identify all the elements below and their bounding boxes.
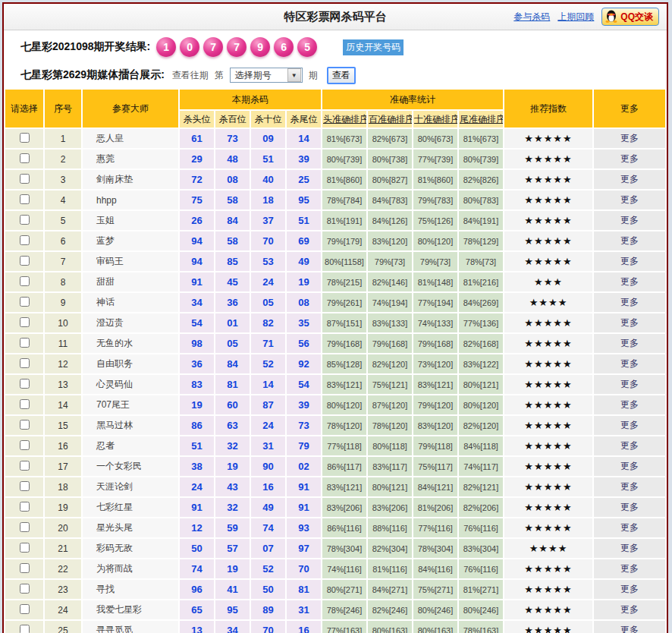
kill-number: 96: [180, 580, 214, 599]
more-link[interactable]: 更多: [620, 543, 639, 553]
row-checkbox[interactable]: [20, 358, 30, 368]
row-checkbox[interactable]: [20, 215, 30, 225]
more-link[interactable]: 更多: [620, 481, 639, 492]
more-link[interactable]: 更多: [620, 174, 639, 184]
lottery-ball: 7: [227, 37, 247, 57]
more-link[interactable]: 更多: [620, 317, 639, 328]
row-checkbox[interactable]: [20, 563, 30, 573]
row-checkbox[interactable]: [20, 235, 30, 245]
control-label: 七星彩第2629期媒体擂台展示:: [20, 68, 165, 82]
row-checkbox[interactable]: [20, 502, 30, 512]
more-link[interactable]: 更多: [620, 215, 639, 225]
row-number: 25: [45, 621, 81, 633]
kill-number: 31: [287, 600, 321, 619]
accuracy-sort-link[interactable]: 百准确排序: [369, 114, 412, 124]
accuracy-value: 80%[163]: [413, 621, 457, 633]
star-rating: ★★★★★: [504, 621, 592, 633]
row-checkbox[interactable]: [20, 461, 30, 471]
more-link[interactable]: 更多: [620, 379, 639, 389]
accuracy-value: 80%[120]: [459, 395, 503, 414]
more-link[interactable]: 更多: [620, 522, 639, 533]
row-checkbox[interactable]: [20, 317, 30, 327]
more-link[interactable]: 更多: [620, 440, 639, 451]
join-kill-code-link[interactable]: 参与杀码: [513, 11, 550, 24]
row-checkbox[interactable]: [20, 604, 30, 614]
row-number: 14: [45, 395, 81, 414]
kill-number: 19: [287, 272, 321, 291]
more-link[interactable]: 更多: [620, 235, 639, 246]
more-link[interactable]: 更多: [620, 133, 639, 143]
select-cell: [5, 150, 43, 168]
more-link[interactable]: 更多: [620, 358, 639, 369]
accuracy-sort-link[interactable]: 尾准确排序: [460, 114, 503, 124]
master-name: 玉姐: [83, 211, 178, 230]
accuracy-sort-link[interactable]: 头准确排序: [323, 114, 366, 124]
accuracy-value: 77%[739]: [413, 150, 457, 168]
kill-number: 60: [215, 395, 250, 414]
accuracy-value: 83%[206]: [322, 498, 366, 517]
lottery-ball: 5: [297, 37, 317, 57]
more-link[interactable]: 更多: [620, 420, 639, 430]
accuracy-value: 79%[120]: [413, 395, 457, 414]
kill-number: 07: [251, 539, 285, 558]
row-checkbox[interactable]: [20, 153, 30, 163]
more-link[interactable]: 更多: [620, 194, 639, 205]
accuracy-value: 80%[120]: [322, 395, 366, 414]
row-checkbox[interactable]: [20, 194, 30, 204]
chevron-down-icon[interactable]: ▼: [287, 68, 301, 82]
more-link[interactable]: 更多: [620, 297, 639, 307]
row-checkbox[interactable]: [20, 522, 30, 532]
more-link[interactable]: 更多: [620, 276, 639, 287]
more-link[interactable]: 更多: [620, 461, 639, 471]
more-link[interactable]: 更多: [620, 502, 639, 512]
accuracy-value: 82%[304]: [368, 539, 412, 558]
row-checkbox[interactable]: [20, 297, 30, 307]
row-number: 22: [45, 559, 81, 578]
view-button[interactable]: 查看: [327, 67, 356, 84]
row-number: 18: [45, 477, 81, 496]
history-numbers-link[interactable]: 历史开奖号码: [343, 39, 404, 55]
row-checkbox[interactable]: [20, 338, 30, 348]
accuracy-value: 77%[118]: [322, 436, 366, 455]
row-checkbox[interactable]: [20, 420, 30, 430]
last-period-review-link[interactable]: 上期回顾: [557, 11, 594, 24]
more-cell: 更多: [594, 272, 665, 291]
accuracy-value: 86%[116]: [322, 518, 366, 537]
row-checkbox[interactable]: [20, 584, 30, 594]
header-accuracy-group: 准确率统计: [322, 90, 503, 109]
more-link[interactable]: 更多: [620, 625, 639, 633]
row-checkbox[interactable]: [20, 133, 30, 143]
more-link[interactable]: 更多: [620, 604, 639, 615]
row-checkbox[interactable]: [20, 379, 30, 389]
row-checkbox[interactable]: [20, 399, 30, 409]
kill-number: 91: [287, 477, 321, 496]
row-checkbox[interactable]: [20, 625, 30, 633]
qq-chat-button[interactable]: QQ交谈: [601, 8, 659, 26]
more-link[interactable]: 更多: [620, 338, 639, 348]
select-cell: [5, 293, 43, 312]
row-checkbox[interactable]: [20, 174, 30, 184]
more-link[interactable]: 更多: [620, 584, 639, 594]
accuracy-sort-link[interactable]: 十准确排序: [414, 114, 457, 124]
row-checkbox[interactable]: [20, 481, 30, 491]
kill-number: 50: [251, 580, 285, 599]
select-cell: [5, 416, 43, 435]
row-number: 24: [45, 600, 81, 619]
more-link[interactable]: 更多: [620, 153, 639, 164]
more-cell: 更多: [594, 375, 665, 394]
row-checkbox[interactable]: [20, 256, 30, 266]
row-checkbox[interactable]: [20, 276, 30, 286]
period-select[interactable]: 选择期号 ▼: [230, 68, 303, 83]
accuracy-value: 81%[673]: [459, 129, 503, 148]
more-link[interactable]: 更多: [620, 399, 639, 410]
more-link[interactable]: 更多: [620, 563, 639, 574]
star-rating: ★★★★★: [504, 170, 592, 189]
accuracy-value: 82%[673]: [368, 129, 412, 148]
table-row: 9神话3436050879%[261]74%[194]77%[194]84%[2…: [5, 293, 665, 312]
result-label: 七星彩2021098期开奖结果:: [20, 40, 150, 54]
more-link[interactable]: 更多: [620, 256, 639, 266]
row-checkbox[interactable]: [20, 543, 30, 553]
master-name: 神话: [83, 293, 178, 312]
accuracy-value: 81%[148]: [413, 272, 457, 291]
row-checkbox[interactable]: [20, 440, 30, 450]
